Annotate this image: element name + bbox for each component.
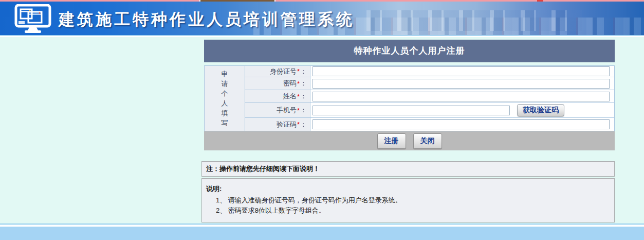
form-side-cell: 申请个人填写 (205, 66, 245, 131)
id-number-input-cell (310, 66, 614, 77)
required-asterisk: * (297, 67, 300, 75)
password-input-cell (310, 77, 614, 90)
page-footer (0, 227, 644, 240)
form-row-verification-code: 验证码*： (245, 118, 614, 131)
phone-input[interactable] (312, 106, 510, 115)
password-label: 密码*： (245, 77, 310, 90)
instructions-box: 说明: 1、 请输入准确身份证号码，身份证号码作为用户名登录系统。 2、 密码要… (201, 178, 615, 222)
registration-panel-title: 特种作业人员个人用户注册 (354, 46, 465, 56)
id-number-input[interactable] (312, 66, 610, 76)
register-button[interactable]: 注册 (377, 133, 406, 149)
required-asterisk: * (297, 107, 300, 114)
get-code-button[interactable]: 获取验证码 (517, 104, 564, 116)
app-title: 建筑施工特种作业人员培训管理系统 (59, 9, 355, 30)
form-row-id-number: 身份证号*： (245, 66, 614, 77)
phone-input-cell: 获取验证码 (310, 103, 614, 117)
required-asterisk: * (297, 80, 300, 88)
name-label: 姓名*： (245, 90, 310, 102)
name-input-cell (310, 90, 614, 102)
verification-code-input[interactable] (312, 119, 610, 129)
verification-code-input-cell (310, 118, 614, 131)
instructions-title: 说明: (202, 179, 614, 195)
required-asterisk: * (297, 93, 300, 100)
close-button[interactable]: 关闭 (413, 133, 442, 149)
form-row-name: 姓名*： (245, 90, 614, 103)
name-input[interactable] (312, 92, 610, 101)
form-row-phone: 手机号*： 获取验证码 (245, 103, 614, 118)
form-row-password: 密码*： (245, 77, 614, 90)
header-skyline-photo-far (366, 10, 582, 31)
instruction-item-2: 2、 密码要求8位以上数字字母组合。 (202, 205, 614, 216)
instruction-item-1: 1、 请输入准确身份证号码，身份证号码作为用户名登录系统。 (202, 195, 614, 205)
form-rows: 身份证号*： 密码*： 姓名*： (245, 66, 614, 131)
app-header: 建筑施工特种作业人员培训管理系统 (0, 2, 644, 36)
note-box: 注：操作前请您先仔细阅读下面说明！ (201, 161, 615, 177)
registration-panel-title-bar: 特种作业人员个人用户注册 (204, 40, 615, 62)
note-text: 注：操作前请您先仔细阅读下面说明！ (206, 165, 320, 173)
registration-form: 申请个人填写 身份证号*： 密码*： (204, 65, 615, 131)
content-area: 特种作业人员个人用户注册 申请个人填写 身份证号*： 密码*： (0, 37, 644, 225)
phone-label: 手机号*： (245, 103, 310, 117)
form-side-label: 申请个人填写 (221, 69, 229, 128)
id-number-label: 身份证号*： (245, 66, 310, 77)
password-input[interactable] (312, 79, 610, 89)
monitor-icon (11, 4, 54, 34)
form-button-bar: 注册 关闭 (204, 131, 615, 150)
verification-code-label: 验证码*： (245, 118, 310, 131)
required-asterisk: * (297, 121, 300, 128)
